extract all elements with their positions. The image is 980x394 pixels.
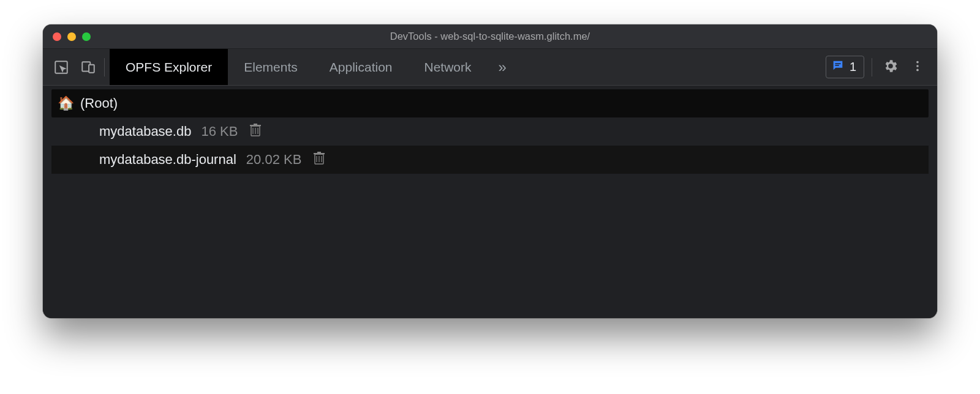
panel-tabs: OPFS Explorer Elements Application Netwo… — [110, 49, 518, 85]
tab-opfs-explorer[interactable]: OPFS Explorer — [110, 49, 228, 85]
toolbar-separator — [872, 58, 872, 76]
file-size: 16 KB — [201, 124, 238, 139]
tab-label: Application — [330, 60, 393, 75]
tab-network[interactable]: Network — [409, 49, 488, 85]
tab-label: Network — [424, 60, 472, 75]
window-controls — [53, 32, 91, 41]
devtools-window: DevTools - web-sql-to-sqlite-wasm.glitch… — [43, 24, 937, 318]
opfs-explorer-panel: 🏠 (Root) mydatabase.db 16 KB — [43, 86, 937, 318]
file-name: mydatabase.db-journal — [99, 152, 236, 168]
svg-rect-3 — [835, 63, 840, 64]
svg-point-6 — [916, 65, 919, 67]
close-window-button[interactable] — [53, 32, 61, 41]
issues-button[interactable]: 1 — [826, 56, 864, 78]
tab-elements[interactable]: Elements — [228, 49, 314, 85]
tree-file-row[interactable]: mydatabase.db 16 KB — [51, 117, 929, 146]
tree-root-row[interactable]: 🏠 (Root) — [51, 89, 929, 117]
svg-rect-19 — [317, 152, 321, 153]
gear-icon — [883, 58, 899, 76]
file-name: mydatabase.db — [99, 124, 191, 139]
more-options-button[interactable] — [904, 54, 931, 81]
svg-rect-4 — [835, 65, 839, 65]
inspect-element-icon[interactable] — [49, 55, 74, 80]
root-label: (Root) — [80, 95, 118, 111]
svg-rect-2 — [89, 64, 94, 72]
svg-rect-18 — [314, 153, 325, 154]
kebab-menu-icon — [911, 59, 924, 75]
titlebar: DevTools - web-sql-to-sqlite-wasm.glitch… — [43, 24, 937, 49]
zoom-window-button[interactable] — [82, 32, 91, 41]
tab-label: Elements — [244, 60, 298, 75]
delete-file-button[interactable] — [249, 124, 262, 139]
home-icon: 🏠 — [58, 95, 74, 111]
device-toolbar-icon[interactable] — [76, 55, 100, 80]
window-title: DevTools - web-sql-to-sqlite-wasm.glitch… — [43, 31, 937, 42]
svg-rect-12 — [250, 125, 261, 126]
tabs-overflow-button[interactable]: » — [488, 49, 518, 85]
svg-rect-13 — [254, 124, 257, 125]
tree-file-row[interactable]: mydatabase.db-journal 20.02 KB — [51, 146, 929, 174]
svg-point-7 — [916, 69, 919, 71]
trash-icon — [314, 151, 325, 168]
file-size: 20.02 KB — [246, 152, 302, 168]
devtools-toolbar: OPFS Explorer Elements Application Netwo… — [43, 49, 937, 86]
chat-icon — [831, 59, 845, 75]
tab-application[interactable]: Application — [314, 49, 409, 85]
tab-label: OPFS Explorer — [126, 60, 212, 75]
issues-count: 1 — [850, 60, 856, 74]
chevron-right-double-icon: » — [499, 59, 507, 76]
minimize-window-button[interactable] — [67, 32, 76, 41]
trash-icon — [250, 123, 261, 140]
toolbar-separator — [104, 58, 105, 76]
settings-button[interactable] — [877, 54, 904, 81]
svg-point-5 — [916, 61, 919, 63]
delete-file-button[interactable] — [312, 152, 326, 168]
